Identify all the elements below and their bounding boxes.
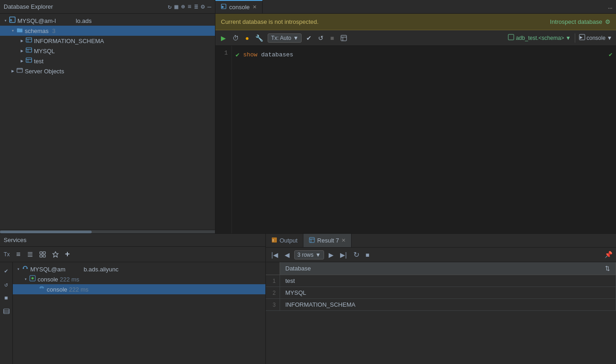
sidebar-scrollbar-thumb bbox=[0, 231, 92, 233]
nav-last-btn[interactable]: ▶| bbox=[338, 250, 349, 259]
svg-text:▶: ▶ bbox=[580, 35, 583, 39]
rows-label: 3 rows bbox=[297, 252, 314, 258]
align-right-icon[interactable]: ≣ bbox=[194, 3, 198, 11]
tab-result7-close[interactable]: ✕ bbox=[341, 237, 346, 243]
service-item-console-parent[interactable]: ▾ console 222 ms bbox=[13, 274, 265, 284]
refresh-btn[interactable]: ↻ bbox=[352, 249, 361, 260]
side-list-icon[interactable] bbox=[2, 307, 11, 318]
services-content: ✔ ↺ ■ ▾ bbox=[0, 262, 265, 364]
warning-bar: Current database is not introspected. In… bbox=[215, 14, 616, 30]
server-folder-icon bbox=[16, 67, 23, 75]
introspect-link[interactable]: Introspect database ⚙ bbox=[550, 18, 610, 25]
top-section: Database Explorer ↻ ▦ ⊕ ≡ ≣ ⚙ — ▾ bbox=[0, 0, 616, 234]
tx-selector[interactable]: Tx: Auto ▼ bbox=[268, 33, 302, 43]
service-item-console-child[interactable]: console 222 ms bbox=[13, 284, 265, 294]
sidebar-scrollbar[interactable] bbox=[0, 230, 215, 233]
side-check-icon[interactable]: ✔ bbox=[3, 266, 10, 276]
sql-databases-text: databases bbox=[261, 51, 293, 58]
services-add-btn[interactable]: + bbox=[63, 248, 72, 260]
service-item-mysql[interactable]: ▾ MYSQL@am b.ads.aliyunc bbox=[13, 264, 265, 274]
svg-text:!: ! bbox=[273, 238, 274, 242]
history-button[interactable]: ⏱ bbox=[231, 33, 241, 43]
tree-item-info-schema[interactable]: ▶ INFORMATION_SCHEMA bbox=[0, 36, 215, 46]
service-console-child-icon bbox=[38, 285, 45, 293]
row-2-database: MYSQL bbox=[280, 287, 616, 299]
svg-rect-34 bbox=[309, 237, 314, 243]
svg-rect-8 bbox=[26, 58, 32, 62]
col-database-header[interactable]: Database ⇅ bbox=[280, 262, 616, 275]
nav-prev-btn[interactable]: ◀ bbox=[283, 250, 292, 259]
svg-rect-5 bbox=[26, 48, 32, 52]
console-selector[interactable]: ▶ console ▼ bbox=[579, 34, 612, 42]
services-tree: ▾ MYSQL@am b.ads.aliyunc bbox=[13, 262, 265, 364]
stop-button[interactable]: ■ bbox=[328, 33, 336, 43]
tree-item-mysql-root[interactable]: ▾ M MYSQL@am-l lo.ads bbox=[0, 16, 215, 26]
table-row[interactable]: 2 MYSQL bbox=[266, 287, 616, 299]
services-align-down-btn[interactable]: ≣ bbox=[25, 249, 35, 259]
services-side-icons: ✔ ↺ ■ bbox=[0, 262, 13, 364]
services-align-up-btn[interactable]: ≡ bbox=[14, 249, 22, 259]
settings-icon[interactable]: ⚙ bbox=[201, 3, 204, 11]
row-1-database: test bbox=[280, 275, 616, 287]
svg-rect-2 bbox=[26, 38, 32, 42]
rollback-button[interactable]: ↺ bbox=[316, 33, 325, 43]
result7-icon bbox=[309, 237, 315, 244]
side-stop-icon[interactable]: ■ bbox=[3, 293, 10, 303]
services-title: Services bbox=[4, 237, 27, 243]
tree-item-test-schema[interactable]: ▶ test bbox=[0, 56, 215, 66]
row-1-num: 1 bbox=[266, 275, 280, 287]
services-connect-btn[interactable] bbox=[38, 250, 48, 259]
sidebar-header-icons: ↻ ▦ ⊕ ≡ ≣ ⚙ — bbox=[168, 3, 211, 11]
rows-selector[interactable]: 3 rows ▼ bbox=[294, 250, 324, 259]
stop-result-btn[interactable]: ■ bbox=[364, 250, 371, 259]
align-left-icon[interactable]: ≡ bbox=[187, 3, 191, 11]
tab-output[interactable]: ! Output bbox=[266, 234, 303, 247]
svg-point-28 bbox=[23, 268, 24, 269]
bottom-section: Services Tx ≡ ≣ bbox=[0, 234, 616, 364]
table-view-button[interactable] bbox=[339, 34, 349, 42]
schema-table-icon-mysql bbox=[26, 47, 32, 55]
service-arrow-console-parent: ▾ bbox=[22, 276, 29, 282]
tab-result7[interactable]: Result 7 ✕ bbox=[303, 234, 352, 247]
line-check-icon: ✔ bbox=[236, 51, 239, 59]
svg-rect-22 bbox=[43, 252, 45, 254]
add-connection-icon[interactable]: ⊕ bbox=[181, 3, 185, 11]
row-3-database: INFORMATION_SCHEMA bbox=[280, 299, 616, 311]
wrench-button[interactable]: 🔧 bbox=[253, 33, 265, 43]
code-content[interactable]: ✔ show databases ✔ bbox=[232, 46, 616, 233]
row-num-header bbox=[266, 262, 280, 275]
tab-console[interactable]: ▶ console ✕ bbox=[215, 0, 263, 13]
tree-item-schemas[interactable]: ▾ schemas 3 bbox=[0, 26, 215, 36]
result-tabs: ! Output Result 7 ✕ bbox=[266, 234, 616, 248]
service-label-mysql: MYSQL@am b.ads.aliyunc bbox=[30, 266, 118, 273]
code-editor[interactable]: 1 ✔ show databases ✔ bbox=[215, 46, 616, 233]
tab-menu-dots[interactable]: … bbox=[604, 3, 616, 11]
tree-item-mysql-schema[interactable]: ▶ MYSQL bbox=[0, 46, 215, 56]
tree-arrow-mysql-root: ▾ bbox=[2, 18, 9, 23]
editor-tabs: ▶ console ✕ … bbox=[215, 0, 616, 14]
svg-rect-18 bbox=[508, 34, 514, 40]
pin-result-icon[interactable]: 📌 bbox=[605, 251, 612, 259]
commit-button[interactable]: ✔ bbox=[304, 33, 314, 43]
table-row[interactable]: 3 INFORMATION_SCHEMA bbox=[266, 299, 616, 311]
svg-rect-24 bbox=[43, 255, 45, 257]
service-label-console-parent: console 222 ms bbox=[38, 276, 79, 283]
schema-selector[interactable]: adb_test.<schema> ▼ bbox=[508, 34, 571, 42]
line-numbers: 1 bbox=[215, 46, 232, 233]
schema-label: adb_test.<schema> bbox=[516, 35, 564, 41]
table-row[interactable]: 1 test bbox=[266, 275, 616, 287]
nav-next-btn[interactable]: ▶ bbox=[327, 250, 336, 259]
pin-button[interactable]: ● bbox=[243, 33, 251, 43]
editor-toolbar: ▶ ⏱ ● 🔧 Tx: Auto ▼ ✔ ↺ ■ bbox=[215, 30, 616, 46]
svg-point-29 bbox=[27, 268, 28, 269]
minimize-icon[interactable]: — bbox=[208, 3, 211, 11]
services-pin-btn[interactable] bbox=[50, 250, 60, 259]
side-undo-icon[interactable]: ↺ bbox=[3, 280, 10, 290]
schema-icon bbox=[508, 34, 514, 42]
nav-first-btn[interactable]: |◀ bbox=[270, 250, 280, 259]
run-button[interactable]: ▶ bbox=[219, 33, 228, 43]
tree-item-server-objects[interactable]: ▶ Server Objects bbox=[0, 66, 215, 76]
refresh-icon[interactable]: ↻ bbox=[168, 3, 171, 11]
tab-close-console[interactable]: ✕ bbox=[253, 4, 257, 10]
grid-icon[interactable]: ▦ bbox=[174, 3, 178, 11]
